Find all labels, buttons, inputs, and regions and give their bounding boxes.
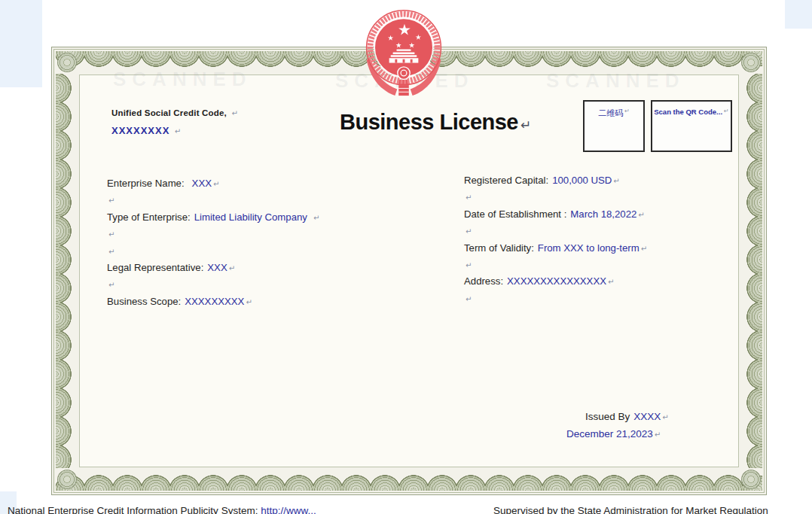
paragraph-mark: ↵: [108, 196, 114, 205]
paragraph-mark: ↵: [229, 264, 235, 272]
paragraph-mark: ↵: [662, 413, 668, 421]
paragraph-mark: ↵: [213, 180, 219, 188]
credit-code-value: XXXXXXXX: [111, 125, 169, 136]
issue-date-value: December 21,2023: [566, 428, 653, 439]
address-value: XXXXXXXXXXXXXXX: [507, 275, 606, 287]
business-scope-value: XXXXXXXXX: [185, 296, 244, 307]
paragraph-mark: ↵: [520, 118, 531, 132]
paragraph-mark: ↵: [638, 211, 644, 219]
blank-line: ↵: [464, 293, 647, 309]
paragraph-mark: ↵: [724, 108, 729, 114]
right-fields-column: Registered Capital:100,000 USD↵ ↵ Date o…: [464, 175, 647, 309]
legal-representative-label: Legal Representative:: [107, 262, 203, 273]
paragraph-mark: ↵: [641, 245, 647, 253]
paragraph-mark: ↵: [313, 214, 319, 222]
paragraph-mark: ↵: [608, 278, 614, 286]
legal-representative-value: XXX: [207, 262, 227, 273]
paragraph-mark: ↵: [246, 298, 252, 306]
qr-code-box-label: 二维码: [598, 108, 623, 119]
border-band-right: [740, 74, 762, 468]
field-row-enterprise-type: Type of Enterprise:Limited Liability Com…: [107, 211, 319, 228]
establishment-date-value: March 18,2022: [570, 208, 636, 220]
footer-left: National Enterprise Credit Information P…: [8, 505, 316, 514]
national-emblem-icon: [363, 6, 444, 98]
paragraph-mark: ↵: [624, 108, 630, 114]
footer-right-text: Supervised by the State Administration f…: [493, 505, 768, 514]
enterprise-name-label: Enterprise Name:: [107, 178, 185, 189]
enterprise-name-value: XXX: [192, 178, 212, 189]
business-license-page: SCANNED SCANNED SCANNED Unified Social C…: [0, 0, 812, 514]
paragraph-mark: ↵: [655, 430, 661, 439]
blank-line: ↵: [464, 259, 647, 275]
enterprise-type-value: Limited Liability Company: [194, 211, 307, 223]
blank-line: ↵: [107, 194, 319, 211]
term-of-validity-label: Term of Validity:: [464, 242, 534, 254]
registered-capital-label: Registered Capital:: [464, 175, 548, 186]
qr-code-box: 二维码↵: [583, 100, 645, 152]
paragraph-mark: ↵: [466, 193, 472, 202]
scan-tint-top-right: [785, 0, 812, 29]
scan-tint-top-left: [0, 0, 42, 87]
address-label: Address:: [464, 275, 503, 287]
footer-left-text: National Enterprise Credit Information P…: [8, 505, 258, 514]
field-row-establishment-date: Date of Establishment :March 18,2022↵: [464, 208, 647, 225]
field-row-registered-capital: Registered Capital:100,000 USD↵: [464, 175, 647, 191]
field-row-term-of-validity: Term of Validity:From XXX to long-term↵: [464, 242, 647, 259]
paragraph-mark: ↵: [108, 248, 114, 256]
blank-line: ↵: [464, 225, 647, 242]
border-band-bottom: [56, 468, 762, 491]
credit-code-label: Unified Social Credit Code,: [111, 108, 227, 117]
title-block: Business License↵: [340, 110, 531, 135]
business-scope-label: Business Scope:: [107, 296, 181, 307]
watermark: SCANNED: [546, 69, 685, 93]
paragraph-mark: ↵: [466, 227, 472, 236]
scan-qr-box: Scan the QR Code...↵: [651, 100, 732, 152]
footer-right: Supervised by the State Administration f…: [493, 505, 768, 514]
field-row-address: Address:XXXXXXXXXXXXXXX↵: [464, 275, 647, 292]
blank-line: ↵: [107, 278, 319, 295]
watermark: SCANNED: [113, 68, 252, 91]
field-row-legal-representative: Legal Representative:XXX↵: [107, 262, 319, 278]
field-row-enterprise-name: Enterprise Name:XXX↵: [107, 178, 319, 194]
issued-by-line: Issued ByXXXX↵: [585, 411, 669, 428]
paragraph-mark: ↵: [231, 109, 237, 117]
scan-qr-box-label: Scan the QR Code...: [654, 108, 722, 116]
blank-line: ↵: [107, 245, 319, 262]
paragraph-mark: ↵: [175, 127, 181, 135]
paragraph-mark: ↵: [466, 261, 472, 269]
border-corner-rosette: [741, 53, 761, 72]
issue-date-line: December 21,2023↵: [566, 428, 669, 446]
border-corner-rosette: [57, 53, 77, 72]
issuance-block: Issued ByXXXX↵ December 21,2023↵: [566, 411, 669, 445]
border-corner-rosette: [741, 470, 761, 489]
registered-capital-value: 100,000 USD: [552, 175, 612, 186]
border-band-left: [56, 74, 78, 468]
paragraph-mark: ↵: [613, 177, 619, 185]
footer-link[interactable]: http://www...: [261, 505, 316, 514]
term-of-validity-value: From XXX to long-term: [538, 242, 640, 254]
blank-line: ↵: [464, 191, 647, 208]
issued-by-value: XXXX: [633, 411, 661, 422]
enterprise-type-label: Type of Enterprise:: [107, 211, 191, 223]
paragraph-mark: ↵: [108, 281, 114, 289]
credit-code-block: Unified Social Credit Code, ↵ XXXXXXXX ↵: [111, 105, 238, 137]
page-title: Business License: [340, 110, 518, 134]
border-corner-rosette: [57, 470, 77, 489]
issued-by-label: Issued By: [585, 411, 630, 422]
paragraph-mark: ↵: [108, 230, 114, 239]
blank-line: ↵: [107, 228, 319, 245]
paragraph-mark: ↵: [466, 295, 472, 303]
establishment-date-label: Date of Establishment :: [464, 208, 566, 220]
left-fields-column: Enterprise Name:XXX↵ ↵ Type of Enterpris…: [107, 178, 319, 312]
field-row-business-scope: Business Scope:XXXXXXXXX↵: [107, 296, 319, 312]
